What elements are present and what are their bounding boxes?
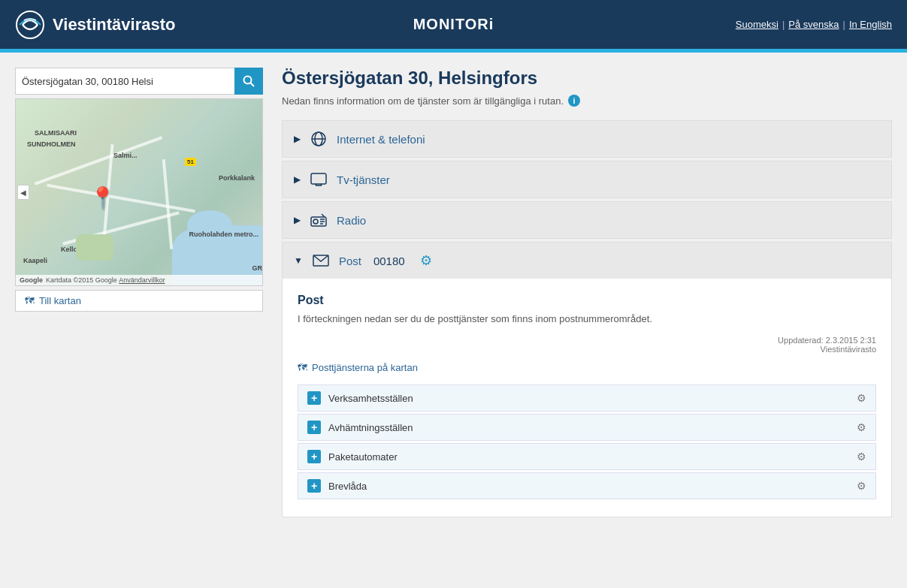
map-green-area [76,234,113,261]
internet-service-icon [310,131,327,147]
page-title: Östersjögatan 30, Helsingfors [282,68,892,89]
tv-expand-arrow: ▶ [294,174,301,185]
left-panel: SALMISAARI SUNDHOLMEN Salmi... Porkkalan… [15,68,263,520]
address-search-input[interactable] [15,68,234,95]
post-number: 00180 [373,255,405,267]
nav-separator-1: | [782,19,785,30]
posttjanster-map-icon: 🗺 [298,362,307,373]
main-content: SALMISAARI SUNDHOLMEN Salmi... Porkkalan… [0,53,907,535]
search-icon [243,75,255,87]
internet-icon [310,130,328,148]
internet-expand-arrow: ▶ [294,134,301,144]
map-nav-left-button[interactable]: ◀ [17,185,29,200]
posttjanster-map-label: Posttjänsterna på kartan [312,362,418,373]
paketautomat-expand-icon: + [307,450,321,463]
map-container: SALMISAARI SUNDHOLMEN Salmi... Porkkalan… [15,98,263,286]
service-radio-section: ▶ Radio [282,201,892,239]
logo-text: Viestintävirasto [53,15,175,35]
post-header[interactable]: ▼ Post 00180 ⚙ [283,243,891,279]
map-label-salmi: Salmi... [113,152,138,159]
verksamhet-label: Verksamhetsställen [328,393,849,404]
map-background: SALMISAARI SUNDHOLMEN Salmi... Porkkalan… [16,99,262,285]
tv-label: Tv-tjänster [337,173,390,186]
map-label-ruoholahden: Ruoholahden metro... [189,231,258,238]
post-content-desc: I förteckningen nedan ser du de posttjän… [298,313,876,324]
lang-pa-svenska[interactable]: På svenska [788,19,839,30]
map-link-icon: 🗺 [25,295,35,306]
radio-expand-arrow: ▶ [294,215,301,225]
posttjanster-map-link[interactable]: 🗺 Posttjänsterna på kartan [298,362,418,373]
map-label-kaapeli: Kaapeli [23,257,47,264]
brevlada-label: Brevlåda [328,481,849,492]
app-title: MONITORi [413,16,494,33]
google-logo: Google [20,276,43,284]
paketautomat-gear-icon[interactable]: ⚙ [857,451,866,463]
tv-icon [310,170,328,188]
tv-service-icon [310,173,327,186]
brevlada-gear-icon[interactable]: ⚙ [857,480,866,492]
nav-separator-2: | [843,19,845,30]
post-label: Post [339,255,361,267]
map-terms-link[interactable]: Användarvillkor [119,276,165,284]
svg-point-0 [17,11,44,38]
viestintavirasto-logo-icon [15,10,45,40]
avhamtning-expand-icon: + [307,421,321,434]
map-label-sundholmen: SUNDHOLMEN [27,140,76,148]
verksamhet-expand-icon: + [307,391,321,405]
svg-rect-6 [311,173,326,184]
subtitle-text: Nedan finns information om de tjänster s… [282,95,564,107]
post-meta: Uppdaterad: 2.3.2015 2:31 Viestintäviras… [298,336,876,354]
radio-service-icon [310,213,327,227]
post-content: Post I förteckningen nedan ser du de pos… [283,279,891,517]
radio-label: Radio [337,214,366,227]
right-panel: Östersjögatan 30, Helsingfors Nedan finn… [263,68,892,520]
map-label-gr: GR [252,264,263,272]
service-tv-section: ▶ Tv-tjänster [282,161,892,198]
map-road-2 [47,184,195,213]
service-internet-section: ▶ Internet & telefoni [282,120,892,158]
post-settings-gear-icon[interactable]: ⚙ [420,252,432,269]
post-updated: Uppdaterad: 2.3.2015 2:31 [298,336,876,345]
post-section: ▼ Post 00180 ⚙ Post I förteckningen neda… [282,242,892,517]
sub-item-brevlada[interactable]: + Brevlåda ⚙ [298,472,876,499]
verksamhet-gear-icon[interactable]: ⚙ [857,392,866,404]
map-footer: Google Kartdata ©2015 Google Användarvil… [16,275,262,285]
sub-item-paketautomat[interactable]: + Paketautomater ⚙ [298,443,876,470]
sub-item-verksamhet[interactable]: + Verksamhetsställen ⚙ [298,384,876,412]
radio-icon [310,211,328,229]
post-content-title: Post [298,294,876,307]
map-speed-label: 51 [185,158,196,166]
search-bar [15,68,263,95]
lang-in-english[interactable]: In English [849,19,892,30]
avhamtning-label: Avhämtningsställen [328,422,849,433]
map-label-porkkalank: Porkkalank [219,174,255,182]
post-expand-arrow: ▼ [294,255,303,266]
till-kartan-label: Till kartan [39,295,81,306]
logo-container: Viestintävirasto [15,10,175,40]
service-tv-header[interactable]: ▶ Tv-tjänster [282,161,892,198]
post-icon [312,252,330,270]
till-kartan-button[interactable]: 🗺 Till kartan [15,290,263,312]
page-subtitle: Nedan finns information om de tjänster s… [282,95,892,107]
avhamtning-gear-icon[interactable]: ⚙ [857,421,866,433]
brevlada-expand-icon: + [307,479,321,493]
service-radio-header[interactable]: ▶ Radio [282,201,892,239]
post-source: Viestintävirasto [298,345,876,354]
map-label-salmisaari: SALMISAARI [35,129,77,137]
header: Viestintävirasto MONITORi Suomeksi | På … [0,0,907,49]
map-copyright: Kartdata ©2015 Google [46,276,117,284]
language-nav: Suomeksi | På svenska | In English [736,19,892,30]
search-button[interactable] [234,68,263,95]
lang-suomeksi[interactable]: Suomeksi [736,19,779,30]
paketautomat-label: Paketautomater [328,451,849,463]
sub-item-avhamtning[interactable]: + Avhämtningsställen ⚙ [298,414,876,441]
map-location-pin: 📍 [89,185,116,210]
internet-label: Internet & telefoni [337,133,425,146]
service-internet-header[interactable]: ▶ Internet & telefoni [282,120,892,158]
info-icon[interactable]: i [568,95,580,107]
svg-line-2 [250,83,254,86]
post-service-icon [313,255,329,267]
svg-point-11 [313,219,318,224]
